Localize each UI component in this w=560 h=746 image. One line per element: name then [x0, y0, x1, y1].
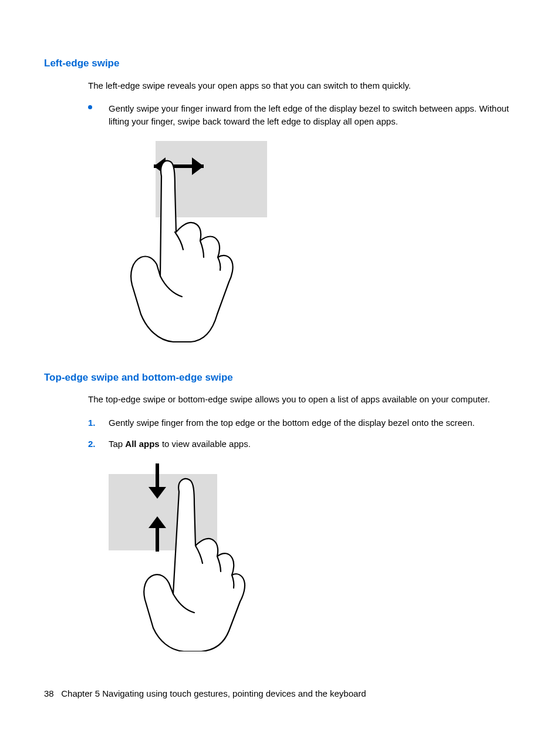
step-marker: 1. [88, 416, 96, 429]
figure-top-bottom-edge-swipe [109, 463, 516, 655]
step2-suffix: to view available apps. [160, 439, 251, 449]
step-marker: 2. [88, 438, 96, 451]
numbered-list: 1. Gently swipe finger from the top edge… [88, 416, 516, 451]
heading-top-bottom-edge-swipe: Top-edge swipe and bottom-edge swipe [44, 371, 516, 385]
intro-top-bottom: The top-edge swipe or bottom-edge swipe … [88, 393, 516, 406]
figure-left-edge-swipe [109, 141, 516, 347]
bullet-text: Gently swipe your finger inward from the… [109, 103, 509, 126]
intro-left-edge: The left-edge swipe reveals your open ap… [88, 79, 516, 92]
bullet-list: Gently swipe your finger inward from the… [88, 102, 516, 128]
svg-rect-4 [109, 474, 217, 550]
chapter-title: Chapter 5 Navigating using touch gesture… [61, 688, 366, 698]
heading-left-edge-swipe: Left-edge swipe [44, 56, 516, 71]
page-footer: 38 Chapter 5 Navigating using touch gest… [44, 687, 366, 700]
step-2: 2. Tap All apps to view available apps. [88, 438, 516, 451]
page-number: 38 [44, 688, 54, 698]
step2-bold: All apps [125, 439, 159, 449]
step-text: Gently swipe finger from the top edge or… [109, 418, 475, 428]
step2-prefix: Tap [109, 439, 125, 449]
step-1: 1. Gently swipe finger from the top edge… [88, 416, 516, 429]
step-text: Tap All apps to view available apps. [109, 439, 251, 449]
bullet-item: Gently swipe your finger inward from the… [88, 102, 516, 128]
bullet-dot-icon [88, 105, 92, 109]
